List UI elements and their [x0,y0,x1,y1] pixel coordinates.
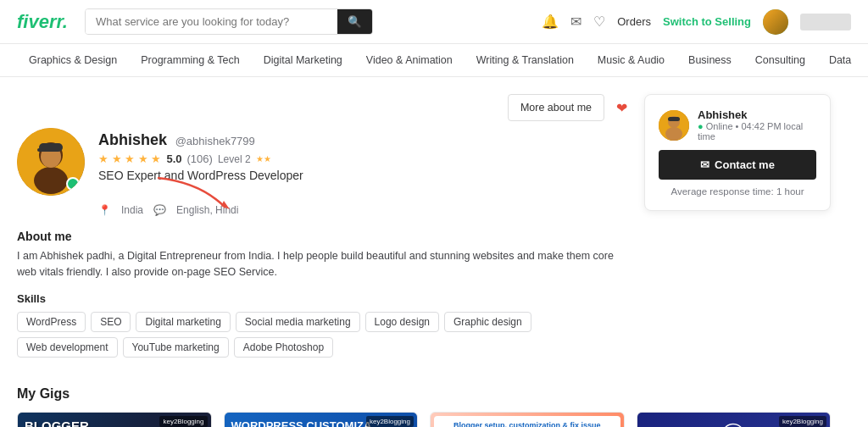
profile-section: More about me ❤ Abhishek [17,94,831,369]
svg-point-2 [34,167,68,194]
gig-thumbnail: BLOGGER PAGE SPEED IMPROVEMENT 49 86 100… [18,413,211,428]
card-avatar-img [659,110,689,141]
gig-thumbnail: WORDPRESS CUSTOMIZA ■ INSTALL WORDPRESS … [225,413,418,428]
skill-tag[interactable]: Digital marketing [136,312,230,332]
contact-btn-label: Contact me [715,158,775,171]
skill-tag[interactable]: Graphic design [444,312,531,332]
nav-ai[interactable]: AI Services [863,44,868,76]
card-user-info: Abhishek ● Online • 04:42 PM local time [698,108,816,141]
profile-name-row: Abhishek @abhishek7799 [98,131,303,149]
header: fiverr. 🔍 🔔 ✉ ♡ Orders Switch to Selling [0,0,868,44]
nav-writing[interactable]: Writing & Translation [465,44,586,76]
about-title: About me [17,230,627,243]
avatar [17,128,85,196]
svg-rect-5 [37,148,46,152]
profile-header: Abhishek @abhishek7799 ★ ★ ★ ★ ★ 5.0 (10… [17,128,627,216]
gig-label: key2Blogging [159,416,207,427]
nav-video[interactable]: Video & Animation [354,44,465,76]
search-input[interactable] [86,9,337,34]
header-right: 🔔 ✉ ♡ Orders Switch to Selling [542,9,851,35]
card-status: ● Online • 04:42 PM local time [698,121,816,141]
search-icon: 🔍 [348,15,362,28]
gig-label: key2Blogging [366,416,414,427]
about-section: About me I am Abhishek padhi, a Digital … [17,230,627,280]
username-placeholder [800,14,851,30]
switch-selling-button[interactable]: Switch to Selling [663,15,751,28]
level-stars-icon: ★★ [256,154,271,164]
svg-point-9 [665,127,682,141]
gig-thumbnail: ⓦ WORDPRESS SPEED OPTIMIZATION ★★★★★ key… [637,413,831,428]
nav-bar: Graphics & Design Programming & Tech Dig… [0,44,868,77]
profile-handle: @abhishek7799 [175,135,255,147]
card-user-row: Abhishek ● Online • 04:42 PM local time [659,108,816,141]
avatar-image [17,128,85,196]
location-text: India [121,204,143,216]
gig-thumb-inner: Blogger setup, customization & fix issue… [434,416,620,428]
skill-tag[interactable]: WordPress [17,312,86,332]
gig-label: key2Blogging [779,416,826,427]
svg-rect-10 [668,117,680,121]
orders-link[interactable]: Orders [617,15,651,28]
message-icon[interactable]: ✉ [570,14,581,30]
search-button[interactable]: 🔍 [337,9,372,34]
stars-row: ★ ★ ★ ★ ★ 5.0 (106) Level 2 ★★ [98,152,303,165]
main-nav: Graphics & Design Programming & Tech Dig… [0,44,868,77]
gig-thumbnail: Blogger setup, customization & fix issue… [431,413,624,428]
star-icon: ★ ★ ★ ★ ★ [98,152,161,165]
nav-consulting[interactable]: Consulting [743,44,817,76]
main-content: More about me ❤ Abhishek [0,77,848,427]
gig-card[interactable]: ⓦ WORDPRESS SPEED OPTIMIZATION ★★★★★ key… [637,412,832,428]
online-dot-icon: ● [698,121,704,131]
nav-data[interactable]: Data [817,44,863,76]
reviews-count: (106) [187,152,213,165]
svg-marker-6 [221,201,230,209]
search-bar: 🔍 [85,8,373,35]
nav-graphics[interactable]: Graphics & Design [17,44,129,76]
profile-actions: More about me ❤ [17,94,627,121]
profile-info: Abhishek @abhishek7799 ★ ★ ★ ★ ★ 5.0 (10… [98,128,303,216]
level-label: Level 2 [218,153,251,165]
contact-icon: ✉ [700,158,709,171]
profile-name: Abhishek [98,131,167,148]
arrow-svg [149,174,251,216]
skill-tag[interactable]: Logo design [365,312,439,332]
contact-me-button[interactable]: ✉ Contact me [659,150,816,180]
gig-card[interactable]: BLOGGER PAGE SPEED IMPROVEMENT 49 86 100… [17,412,212,428]
skill-tag[interactable]: Web development [17,337,118,358]
response-time: Average response time: 1 hour [659,186,816,197]
skill-tag[interactable]: Adobe Photoshop [234,337,333,358]
more-about-button[interactable]: More about me [508,94,604,121]
location-pin-icon: 📍 [98,204,111,216]
skill-tag[interactable]: YouTube marketing [123,337,229,358]
fiverr-logo[interactable]: fiverr. [17,11,68,33]
contact-card: Abhishek ● Online • 04:42 PM local time … [644,94,831,211]
skills-title: Skills [17,292,627,305]
nav-music[interactable]: Music & Audio [586,44,676,76]
profile-left: More about me ❤ Abhishek [17,94,627,369]
user-avatar[interactable] [763,9,788,35]
notification-icon[interactable]: 🔔 [542,14,559,30]
about-text: I am Abhishek padhi, a Digital Entrepren… [17,248,627,280]
gigs-grid: BLOGGER PAGE SPEED IMPROVEMENT 49 86 100… [17,412,831,428]
skills-section: Skills WordPress SEO Digital marketing S… [17,292,627,358]
favorite-icon[interactable]: ❤ [616,100,627,116]
card-avatar [659,110,689,141]
nav-business[interactable]: Business [676,44,743,76]
online-text: Online • [706,121,742,131]
heart-icon[interactable]: ♡ [593,14,605,30]
gig-thumb-top: Blogger setup, customization & fix issue [439,421,615,428]
skill-tag[interactable]: Social media marketing [236,312,360,332]
nav-programming[interactable]: Programming & Tech [129,44,252,76]
skill-tag[interactable]: SEO [91,312,131,332]
gigs-section: My Gigs BLOGGER PAGE SPEED IMPROVEMENT 4… [17,386,831,428]
gig-card[interactable]: Blogger setup, customization & fix issue… [430,412,625,428]
rating-value: 5.0 [166,152,181,165]
arrow-annotation [98,182,303,199]
skills-tags: WordPress SEO Digital marketing Social m… [17,312,627,358]
card-name: Abhishek [698,108,816,121]
nav-marketing[interactable]: Digital Marketing [252,44,354,76]
gigs-title: My Gigs [17,386,831,402]
gig-card[interactable]: WORDPRESS CUSTOMIZA ■ INSTALL WORDPRESS … [224,412,419,428]
